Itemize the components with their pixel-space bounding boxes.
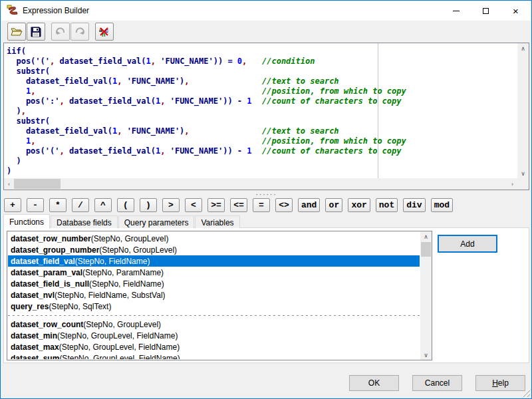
operator-button--[interactable]: - [27,198,44,212]
close-button[interactable]: × [501,1,531,21]
tab-variables[interactable]: Variables [195,215,239,228]
code-comment: //condition [262,57,315,66]
functions-tab-page: dataset_row_number(StepNo, GroupLevel)da… [3,227,529,363]
operator-button-<[interactable]: < [185,198,202,212]
open-button[interactable] [7,23,26,41]
tab-database-fields[interactable]: Database fields [51,215,118,228]
list-item-dataset_nvl[interactable]: dataset_nvl(StepNo, FieldName, SubstVal) [8,289,420,301]
expression-editor[interactable]: iif( pos('(', dataset_field_val(1, 'FUNC… [3,43,529,190]
operator-button-<=[interactable]: <= [230,198,247,212]
redo-button[interactable] [70,23,89,41]
operator-button-mod[interactable]: mod [431,198,453,212]
code-line[interactable]: iif( [7,47,517,57]
ok-label: OK [368,378,380,388]
undo-icon [55,27,66,37]
code-comment: //count of characters to copy [262,96,402,106]
code-line[interactable]: ), [7,106,517,116]
scroll-down-icon[interactable]: ∨ [517,168,529,178]
operator-button-)[interactable]: ) [140,198,157,212]
window-title: Expression Builder [23,6,441,15]
minimize-button[interactable] [441,1,471,21]
code-line[interactable]: pos(':', dataset_field_val(1, 'FUNC_NAME… [7,96,517,106]
toolbar: a c h [1,21,531,43]
operator-button-div[interactable]: div [403,198,425,212]
maximize-button[interactable] [471,1,501,21]
functions-list[interactable]: dataset_row_number(StepNo, GroupLevel)da… [7,231,432,360]
tab-bar: FunctionsDatabase fieldsQuery parameters… [3,214,241,228]
operator-button-xor[interactable]: xor [348,198,370,212]
operator-button->[interactable]: > [162,198,180,212]
scroll-up-icon[interactable]: ∧ [420,231,432,241]
cancel-label: Cancel [425,378,450,388]
help-label: Help [492,378,509,388]
code-line[interactable]: substr( [7,116,517,126]
folder-open-icon [11,27,23,37]
list-item-dataset_param_val[interactable]: dataset_param_val(StepNo, ParamName) [8,267,420,278]
list-item-dataset_group_number[interactable]: dataset_group_number(StepNo, GroupLevel) [8,244,420,255]
code-comment: //text to search [262,76,339,86]
code-line[interactable]: substr( [7,66,517,76]
operator-button-<>[interactable]: <> [275,198,293,212]
list-vertical-scrollbar[interactable]: ∧ ∨ [420,231,432,360]
operator-button-and[interactable]: and [298,198,320,212]
help-button[interactable]: Help [475,375,525,391]
operator-button->=[interactable]: >= [207,198,225,212]
undo-button[interactable] [51,23,70,41]
operator-button-+[interactable]: + [4,198,21,212]
code-comment: //count of characters to copy [262,146,402,156]
code-comment: //position, from which to copy [262,136,406,146]
list-item-dataset_row_count[interactable]: dataset_row_count(StepNo, GroupLevel) [8,319,420,330]
ok-button[interactable]: OK [349,375,399,391]
list-item-dataset_max[interactable]: dataset_max(StepNo, GroupLevel, FieldNam… [8,341,420,352]
operator-button-*[interactable]: * [49,198,66,212]
scrollbar-corner [517,178,529,190]
syntax-check-off-icon: a c h [99,27,110,37]
operator-button-([interactable]: ( [117,198,134,212]
functions-list-rows: dataset_row_number(StepNo, GroupLevel)da… [8,232,420,359]
cancel-button[interactable]: Cancel [412,375,462,391]
code-line[interactable]: dataset_field_val(1, 'FUNC_NAME'),//text… [7,76,517,86]
list-item-query_res[interactable]: query_res(StepNo, SqlText) [8,301,420,312]
operator-button-=[interactable]: = [253,198,270,212]
floppy-disk-icon [31,27,41,37]
minimize-icon [453,11,460,11]
scrollbar-thumb[interactable] [421,242,431,257]
syntax-check-button[interactable]: a c h [95,23,114,41]
list-item-dataset_min[interactable]: dataset_min(StepNo, GroupLevel, FieldNam… [8,330,420,341]
code-line[interactable]: pos('(', dataset_field_val(1, 'FUNC_NAME… [7,146,517,156]
operator-button-not[interactable]: not [376,198,398,212]
code-line[interactable]: pos('(', dataset_field_val(1, 'FUNC_NAME… [7,57,517,66]
operator-button-^[interactable]: ^ [94,198,112,212]
list-item-dataset_field_val[interactable]: dataset_field_val(StepNo, FieldName) [8,255,420,267]
code-area[interactable]: iif( pos('(', dataset_field_val(1, 'FUNC… [4,43,517,178]
scrollbar-thumb[interactable] [14,179,61,189]
maximize-icon [483,8,489,14]
titlebar[interactable]: Expression Builder × [1,1,531,21]
code-line[interactable]: 1,//position, from which to copy [7,136,517,146]
code-line[interactable]: 1,//position, from which to copy [7,86,517,96]
scroll-down-icon[interactable]: ∨ [420,350,432,360]
operator-button-or[interactable]: or [325,198,342,212]
operator-button-row: +-*/^()><>=<==<>andorxornotdivmod [4,198,453,213]
editor-vertical-scrollbar[interactable]: ∧ ∨ [517,43,529,178]
splitter-handle[interactable]: ······ [1,190,531,198]
list-separator [8,312,420,319]
code-line[interactable]: dataset_field_val(1, 'FUNC_NAME'),//text… [7,126,517,136]
list-item-dataset_sum[interactable]: dataset_sum(StepNo, GroupLevel, FieldNam… [8,352,420,359]
list-item-dataset_field_is_null[interactable]: dataset_field_is_null(StepNo, FieldName) [8,278,420,289]
code-comment: //position, from which to copy [262,86,406,96]
scroll-left-icon[interactable]: ‹ [4,178,14,190]
list-item-dataset_row_number[interactable]: dataset_row_number(StepNo, GroupLevel) [8,233,420,244]
tab-functions[interactable]: Functions [3,214,50,229]
code-line[interactable]: ) [7,166,517,176]
redo-icon [74,27,86,37]
code-line[interactable]: ) [7,156,517,166]
scroll-up-icon[interactable]: ∧ [517,43,529,53]
operator-button-/[interactable]: / [72,198,89,212]
tab-query-parameters[interactable]: Query parameters [118,215,195,228]
editor-horizontal-scrollbar[interactable]: ‹ › [4,178,517,190]
save-button[interactable] [27,23,45,41]
close-icon: × [513,6,519,16]
add-button[interactable]: Add [438,235,497,253]
scroll-right-icon[interactable]: › [507,178,517,190]
